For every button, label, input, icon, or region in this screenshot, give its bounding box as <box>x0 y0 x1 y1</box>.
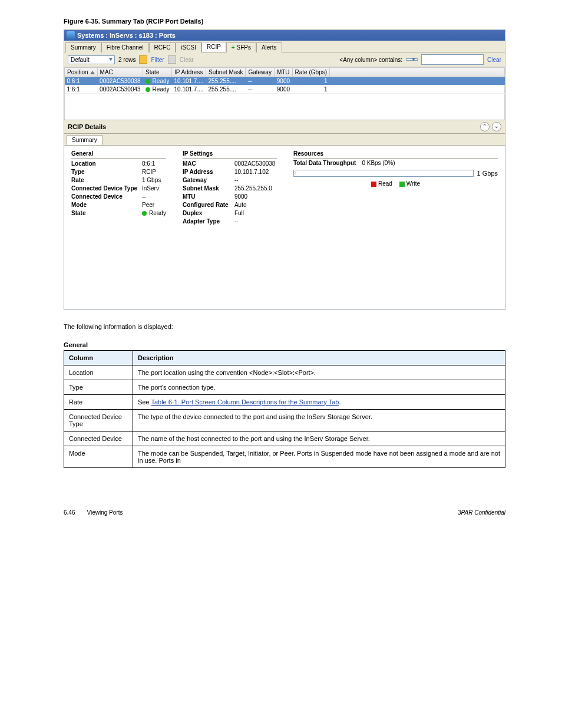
tab-alerts[interactable]: Alerts <box>256 42 282 52</box>
table-row[interactable]: 0:6:1 0002AC530038 Ready 10.101.7.... 25… <box>65 77 505 85</box>
status-dot-icon <box>146 79 150 84</box>
desc-row: RateSee Table 6-1. Port Screen Column De… <box>64 394 505 409</box>
details-subtabbar: Summary <box>64 134 505 146</box>
details-body: General Location0:6:1 TypeRCIP Rate1 Gbp… <box>64 146 505 309</box>
window-titlebar: Systems : InServs : s183 : Ports <box>64 30 505 41</box>
filter-icon <box>139 55 147 64</box>
desc-row: Connected Device TypeThe type of the dev… <box>64 409 505 431</box>
page-footer: 6.46 Viewing Ports 3PAR Confidential <box>0 486 562 533</box>
read-swatch <box>371 182 376 187</box>
desc-header-row: Column Description <box>64 350 505 365</box>
footer-confidential: 3PAR Confidential <box>458 509 505 516</box>
tab-iscsi[interactable]: iSCSI <box>176 42 201 52</box>
filter-dropdown[interactable]: Default <box>68 55 115 64</box>
footer-section: Viewing Ports <box>87 509 123 516</box>
anycolumn-dropdown[interactable] <box>406 58 418 61</box>
collapse-down-button[interactable]: ⌄ <box>492 122 501 131</box>
col-rate[interactable]: Rate (Gbps) <box>292 68 329 77</box>
desc-col-header: Column <box>64 350 133 365</box>
desc-row: ModeThe mode can be Suspended, Target, I… <box>64 446 505 467</box>
app-icon <box>67 31 75 39</box>
status-dot-icon <box>146 87 150 92</box>
category-general-heading: General <box>64 341 562 348</box>
col-gateway[interactable]: Gateway <box>246 68 274 77</box>
general-column: General Location0:6:1 TypeRCIP Rate1 Gbp… <box>71 150 166 298</box>
page-number: 6.46 <box>64 509 75 516</box>
cross-ref-link[interactable]: Table 6-1. Port Screen Column Descriptio… <box>151 398 339 406</box>
top-tabbar: Summary Fibre Channel RCFC iSCSI RCIP + … <box>64 41 505 52</box>
throughput-legend: Read Write <box>293 180 498 187</box>
details-header: RCIP Details ⌃ ⌄ <box>64 120 505 134</box>
resources-heading: Resources <box>293 150 498 159</box>
throughput-scale-max: 1 Gbps <box>477 170 498 177</box>
ip-settings-column: IP Settings MAC0002AC530038 IP Address10… <box>183 150 277 298</box>
toolbar: Default 2 rows Filter Clear <Any column>… <box>64 52 505 67</box>
anycolumn-label: <Any column> contains: <box>339 57 402 63</box>
desc-row: LocationThe port location using the conv… <box>64 365 505 380</box>
filter-link[interactable]: Filter <box>151 57 164 63</box>
rows-count: 2 rows <box>118 57 135 63</box>
col-mask[interactable]: Subnet Mask <box>206 68 246 77</box>
filter-input[interactable] <box>421 54 484 65</box>
tab-rcip[interactable]: RCIP <box>201 42 226 52</box>
ip-settings-heading: IP Settings <box>183 150 277 159</box>
desc-row: Connected DeviceThe name of the host con… <box>64 431 505 446</box>
figure-caption: Figure 6-35. Summary Tab (RCIP Port Deta… <box>64 18 562 25</box>
col-mtu[interactable]: MTU <box>274 68 292 77</box>
table-row[interactable]: 1:6:1 0002AC530043 Ready 10.101.7.... 25… <box>65 85 505 94</box>
subtab-summary[interactable]: Summary <box>67 135 103 145</box>
col-ip[interactable]: IP Address <box>172 68 206 77</box>
plus-badge: + <box>232 44 235 51</box>
window-title: Systems : InServs : s183 : Ports <box>77 32 176 39</box>
general-heading: General <box>71 150 166 159</box>
tab-sfps[interactable]: + SFPs <box>226 42 256 52</box>
clear-icon <box>168 55 176 64</box>
resources-column: Resources Total Data Throughput 0 KBps (… <box>293 150 498 298</box>
write-swatch <box>399 182 405 187</box>
collapse-up-button[interactable]: ⌃ <box>480 122 490 131</box>
clear-filter-link[interactable]: Clear <box>180 57 194 63</box>
status-dot-icon <box>142 211 147 216</box>
intro-text: The following information is displayed: <box>0 322 562 338</box>
throughput-value: 0 KBps (0%) <box>362 160 395 166</box>
description-table: Column Description LocationThe port loca… <box>64 350 505 468</box>
throughput-bar <box>293 170 474 177</box>
sort-asc-icon <box>90 71 95 74</box>
tab-fibre-channel[interactable]: Fibre Channel <box>101 42 149 52</box>
throughput-label: Total Data Throughput <box>293 160 356 166</box>
clear-link-right[interactable]: Clear <box>487 57 501 63</box>
col-state[interactable]: State <box>143 68 172 77</box>
ports-table: Position MAC State IP Address Subnet Mas… <box>64 67 505 94</box>
col-mac[interactable]: MAC <box>97 68 143 77</box>
desc-row: TypeThe port's connection type. <box>64 380 505 394</box>
col-position[interactable]: Position <box>65 68 98 77</box>
desc-desc-header: Description <box>133 350 505 365</box>
app-window: Systems : InServs : s183 : Ports Summary… <box>64 29 505 310</box>
tab-summary[interactable]: Summary <box>65 42 101 52</box>
tab-rcfc[interactable]: RCFC <box>149 42 176 52</box>
